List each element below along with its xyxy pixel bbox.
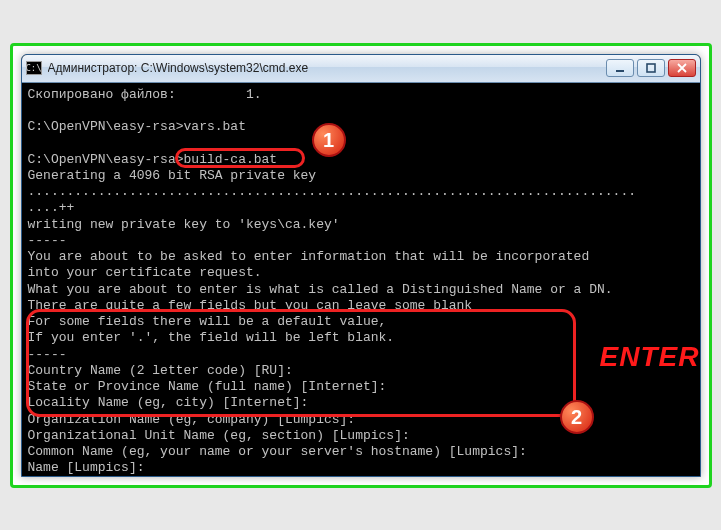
cmd-window: C:\ Администратор: C:\Windows\system32\c… <box>21 54 701 477</box>
tutorial-frame: C:\ Администратор: C:\Windows\system32\c… <box>10 43 712 488</box>
close-button[interactable] <box>668 59 696 77</box>
enter-annotation: ENTER <box>600 343 700 371</box>
minimize-button[interactable] <box>606 59 634 77</box>
maximize-button[interactable] <box>637 59 665 77</box>
callout-badge-2: 2 <box>560 400 594 434</box>
window-controls <box>606 59 696 77</box>
cmd-icon: C:\ <box>26 61 42 75</box>
highlight-command-box <box>175 148 305 168</box>
svg-rect-0 <box>616 70 624 72</box>
console-output[interactable]: Скопировано файлов: 1. C:\OpenVPN\easy-r… <box>22 83 700 476</box>
svg-rect-1 <box>647 64 655 72</box>
callout-badge-1: 1 <box>312 123 346 157</box>
window-title: Администратор: C:\Windows\system32\cmd.e… <box>48 61 600 75</box>
titlebar[interactable]: C:\ Администратор: C:\Windows\system32\c… <box>22 55 700 83</box>
